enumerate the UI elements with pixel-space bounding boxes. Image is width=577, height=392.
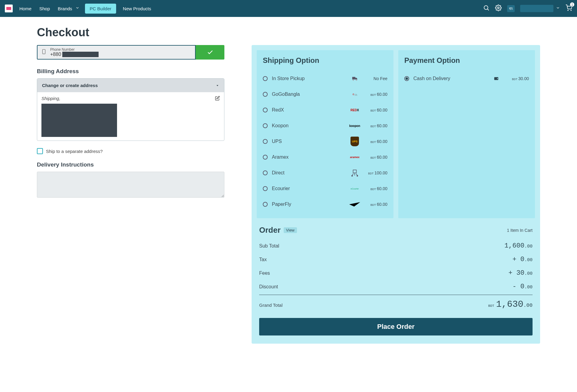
chevron-down-icon xyxy=(556,6,560,11)
fees-label: Fees xyxy=(259,271,270,276)
address-selector: Change or create address Shipping, xyxy=(37,78,224,141)
shipping-price: BDT60.00 xyxy=(366,92,387,97)
nav-new-products[interactable]: New Products xyxy=(122,4,152,14)
phone-label: Phone Number xyxy=(50,47,99,52)
shipping-title: Shipping Option xyxy=(263,56,387,65)
shipping-name: PaperFly xyxy=(272,202,344,207)
shipping-price: BDT60.00 xyxy=(366,202,387,207)
shipping-name: Aramex xyxy=(272,154,344,160)
payment-price: BDT30.00 xyxy=(507,76,529,81)
view-order-button[interactable]: View xyxy=(284,227,297,233)
cart-count-badge: 1 xyxy=(570,2,575,7)
shipping-name: RedX xyxy=(272,107,344,113)
phone-value: +880 xyxy=(50,52,99,57)
radio-button[interactable] xyxy=(263,202,268,207)
paper-icon xyxy=(348,201,361,208)
nav-brands[interactable]: Brands xyxy=(57,4,80,14)
nav-left: Home Shop Brands PC Builder New Products xyxy=(5,4,152,14)
shipping-option-in-store-pickup[interactable]: In Store Pickup No Fee xyxy=(263,71,387,86)
aramex-icon: aramex xyxy=(348,154,361,161)
redx-icon: REDX xyxy=(348,106,361,114)
shipping-price: BDT60.00 xyxy=(366,186,387,191)
nav-right: বাং 1 xyxy=(483,5,572,12)
top-nav: Home Shop Brands PC Builder New Products… xyxy=(0,0,577,17)
shipping-price: No Fee xyxy=(366,76,387,81)
svg-point-11 xyxy=(352,175,353,176)
shipping-option-gogobangla[interactable]: GoGoBangla ⚙🚲 BDT60.00 xyxy=(263,86,387,102)
ship-separate-checkbox[interactable] xyxy=(37,148,43,154)
radio-button[interactable] xyxy=(263,92,268,97)
radio-button[interactable] xyxy=(263,123,268,128)
shipping-option-redx[interactable]: RedX REDX BDT60.00 xyxy=(263,102,387,118)
cart-item-count: 1 Item In Cart xyxy=(507,228,533,233)
tax-value: + 0.00 xyxy=(512,256,533,263)
svg-marker-7 xyxy=(217,85,218,86)
user-menu[interactable] xyxy=(520,5,560,12)
language-toggle[interactable]: বাং xyxy=(507,5,515,12)
nav-brands-label: Brands xyxy=(57,4,73,14)
subtotal-label: Sub Total xyxy=(259,243,279,249)
svg-point-2 xyxy=(497,7,499,9)
search-icon[interactable] xyxy=(483,5,490,12)
radio-button[interactable] xyxy=(263,76,268,81)
svg-point-4 xyxy=(571,10,571,11)
shipping-option-koopon[interactable]: Koopon koopon BDT60.00 xyxy=(263,118,387,134)
radio-button[interactable] xyxy=(263,170,268,175)
shipping-option-ecourier[interactable]: Ecourier eCourier BDT60.00 xyxy=(263,181,387,196)
fees-value: + 30.00 xyxy=(508,269,533,277)
svg-point-3 xyxy=(568,10,568,11)
wallet-icon xyxy=(490,75,503,82)
radio-button[interactable] xyxy=(263,155,268,160)
radio-button[interactable] xyxy=(404,76,409,81)
shipping-name: Direct xyxy=(272,170,344,176)
address-dropdown[interactable]: Change or create address xyxy=(37,79,224,92)
koopon-icon: koopon xyxy=(348,122,361,129)
summary-divider xyxy=(259,295,533,295)
place-order-button[interactable]: Place Order xyxy=(259,318,533,335)
cart-button[interactable]: 1 xyxy=(566,5,572,12)
shipping-option-aramex[interactable]: Aramex aramex BDT60.00 xyxy=(263,149,387,165)
cart-icon xyxy=(566,7,572,12)
confirm-phone-button[interactable] xyxy=(196,45,224,60)
ups-icon: UPS xyxy=(348,138,361,145)
shipping-name: Ecourier xyxy=(272,186,344,191)
nav-shop[interactable]: Shop xyxy=(38,4,51,14)
phone-icon xyxy=(41,48,47,57)
payment-option-cash-on-delivery[interactable]: Cash on Delivery BDT30.00 xyxy=(404,71,529,86)
nav-home[interactable]: Home xyxy=(18,4,33,14)
phone-input[interactable]: Phone Number +880 xyxy=(37,45,196,60)
delivery-instructions-heading: Delivery Instructions xyxy=(37,161,224,168)
logo[interactable] xyxy=(5,5,13,12)
radio-button[interactable] xyxy=(263,186,268,191)
ecourier-icon: eCourier xyxy=(348,185,361,192)
edit-icon xyxy=(215,96,220,101)
radio-button[interactable] xyxy=(263,139,268,144)
address-card: Shipping, xyxy=(37,92,224,141)
svg-point-0 xyxy=(484,6,488,10)
shipping-price: BDT60.00 xyxy=(366,139,387,144)
gogo-icon: ⚙🚲 xyxy=(348,91,361,98)
shipping-price: BDT100.00 xyxy=(366,170,387,175)
caret-down-icon xyxy=(216,84,219,87)
address-dropdown-label: Change or create address xyxy=(42,83,98,88)
truck-icon xyxy=(348,75,361,82)
shipping-option-direct[interactable]: Direct BDT100.00 xyxy=(263,165,387,181)
subtotal-value: 1,600.00 xyxy=(504,242,533,250)
settings-icon[interactable] xyxy=(495,5,502,12)
payment-title: Payment Option xyxy=(404,56,529,65)
order-summary: Order View 1 Item In Cart Sub Total 1,60… xyxy=(257,223,535,339)
payment-options: Payment Option Cash on Delivery BDT30.00 xyxy=(398,50,535,218)
svg-point-9 xyxy=(356,79,357,81)
user-name-placeholder xyxy=(520,5,553,12)
shipping-option-ups[interactable]: UPS UPS BDT60.00 xyxy=(263,134,387,149)
delivery-instructions-input[interactable] xyxy=(37,172,224,198)
edit-address-button[interactable] xyxy=(215,96,220,102)
phone-number-masked xyxy=(62,52,99,57)
grand-total-value: BDT1,630.00 xyxy=(488,299,533,309)
shipping-name: In Store Pickup xyxy=(272,76,344,81)
radio-button[interactable] xyxy=(263,108,268,112)
svg-rect-16 xyxy=(497,78,498,79)
billing-heading: Billing Address xyxy=(37,68,224,75)
shipping-option-paperfly[interactable]: PaperFly BDT60.00 xyxy=(263,196,387,212)
nav-pc-builder[interactable]: PC Builder xyxy=(85,4,116,14)
